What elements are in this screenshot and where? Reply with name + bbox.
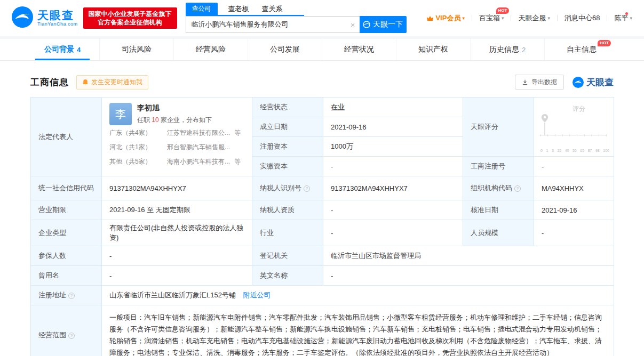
tab-judicial-risk[interactable]: 司法风险	[99, 39, 173, 60]
export-data-button[interactable]: 导出数据	[515, 75, 564, 90]
search-tab-relation[interactable]: 查关系	[260, 3, 285, 15]
clear-search-icon[interactable]: ×	[351, 20, 355, 29]
tab-company-background[interactable]: 公司背景 4	[26, 39, 99, 60]
field-label-paid-capital: 实缴资本	[252, 157, 323, 176]
tab-label: 经营状况	[344, 45, 374, 54]
tab-self-info[interactable]: 自主信息 HOT	[544, 39, 618, 60]
field-label-business-scope: 经营范围?	[31, 305, 102, 356]
field-value-status[interactable]: 在业	[331, 103, 345, 111]
tianyancha-logo-icon	[12, 6, 33, 30]
label-text: 人员规模	[471, 229, 498, 237]
distribution-company-link[interactable]: 海南小鹏汽车科技有...	[167, 155, 230, 168]
tab-company-development[interactable]: 公司发展	[248, 39, 322, 60]
field-label-credit-code: 统一社会信用代码	[31, 176, 102, 200]
enterprise-service-menu[interactable]: 天眼企服 ▾	[518, 13, 550, 23]
legal-rep-avatar[interactable]: 李	[109, 103, 132, 125]
tianyancha-logo[interactable]: 天眼查 TianYanCha.com	[12, 6, 78, 30]
search-tab-company[interactable]: 查公司	[186, 3, 218, 15]
field-value-english-name: -	[323, 266, 614, 286]
axis-tick: 55	[573, 149, 577, 152]
certification-line1: 国家中小企业发展子基金旗下	[89, 10, 172, 18]
distribution-company-link[interactable]: 江苏智途科技有限公...	[167, 126, 230, 140]
help-icon[interactable]: ?	[304, 185, 310, 192]
business-info-table: 法定代表人 李 李初旭 任职 10 家企业，分布如下 广东（共4家）	[30, 97, 614, 356]
label-text: 营业期限	[38, 206, 66, 214]
tab-label: 经营风险	[196, 45, 226, 54]
message-center-menu[interactable]: 消息中心68	[565, 13, 600, 23]
help-icon[interactable]: ?	[68, 293, 75, 299]
field-label-taxpayer-quality: 纳税人资质	[252, 200, 323, 220]
chevron-down-icon: ▾	[462, 15, 465, 21]
field-value-paid-capital: -	[323, 157, 463, 176]
axis-tick: 0	[540, 149, 543, 152]
field-value-taxpayer-id: 91371302MA94XHHYX7	[323, 176, 463, 200]
tab-history-info[interactable]: 历史信息 2	[470, 39, 544, 60]
top-header: 天眼查 TianYanCha.com 国家中小企业发展子基金旗下 官方备案企业征…	[0, 0, 644, 36]
score-chart-cell[interactable]: 评分	[534, 98, 614, 157]
search-button[interactable]: 天眼一下	[360, 16, 407, 33]
message-center-label: 消息中心68	[565, 13, 600, 23]
field-label-reg-number: 工商注册号	[463, 157, 534, 176]
user-menu[interactable]: 陈平 ▾	[614, 13, 632, 23]
distribution-region: 广东（共4家）	[109, 126, 167, 140]
distribution-region: 其他（共5家）	[109, 155, 167, 168]
help-icon[interactable]: ?	[68, 333, 75, 339]
tab-label: 司法风险	[122, 45, 152, 54]
label-text: 核准日期	[471, 206, 498, 214]
tab-label: 公司背景	[44, 45, 74, 54]
field-label-legal-rep: 法定代表人	[31, 98, 102, 176]
value-text: -	[331, 229, 333, 237]
axis-tick: 40	[565, 149, 569, 152]
vip-member-menu[interactable]: VIP会员 ▾	[426, 13, 465, 23]
value-text: -	[542, 163, 544, 171]
field-value-address: 山东省临沂市兰山区临沂万象汇L152号铺 附近公司	[102, 286, 614, 305]
field-value-org-code: MA94XHHYX	[534, 176, 614, 200]
section-header: 工商信息 发生变更时通知我 导出数据 天眼查	[30, 75, 614, 90]
tab-intellectual-property[interactable]: 知识产权	[396, 39, 470, 60]
watermark-label: 天眼查	[586, 76, 614, 88]
label-text: 曾用名	[38, 271, 59, 279]
nearby-companies-link[interactable]: 附近公司	[243, 291, 271, 299]
tenure-prefix: 任职	[137, 116, 150, 124]
field-label-english-name: 英文名称	[252, 266, 323, 286]
distribution-row: 广东（共4家） 江苏智途科技有限公... 等	[109, 126, 244, 140]
menu-divider	[557, 15, 558, 21]
label-text: 注册资本	[260, 142, 288, 150]
search-tabs: 查公司 查老板 查关系	[186, 3, 304, 16]
notify-change-button[interactable]: 发生变更时通知我	[76, 75, 148, 90]
vip-member-label: VIP会员	[435, 13, 460, 23]
notify-change-label: 发生变更时通知我	[91, 78, 142, 87]
field-label-former-name: 曾用名	[31, 266, 102, 286]
value-text: -	[109, 252, 112, 260]
chevron-down-icon: ▾	[502, 15, 504, 21]
help-icon[interactable]: ?	[514, 185, 521, 192]
search-button-label: 天眼一下	[373, 20, 403, 29]
search-tab-boss[interactable]: 查老板	[226, 3, 251, 15]
field-label-status: 经营状态	[252, 98, 323, 117]
tab-operating-risk[interactable]: 经营风险	[173, 39, 248, 60]
toolbox-menu[interactable]: HOT 百宝箱 ▾	[479, 13, 504, 23]
axis-tick: 3	[552, 149, 554, 152]
field-label-establish-date: 成立日期	[252, 117, 323, 137]
notification-dot	[625, 12, 628, 15]
value-text: -	[331, 206, 333, 214]
label-text: 企业类型	[38, 229, 66, 237]
search-input[interactable]	[186, 16, 360, 33]
business-info-section: 工商信息 发生变更时通知我 导出数据 天眼查 法定代表人 李	[0, 61, 644, 356]
label-text: 行业	[260, 229, 274, 237]
field-value-reg-number: -	[534, 157, 614, 176]
label-text: 实缴资本	[260, 162, 288, 170]
bell-icon	[82, 79, 89, 86]
field-label-org-code: 组织机构代码?	[463, 176, 534, 200]
legal-rep-name[interactable]: 李初旭	[137, 103, 212, 113]
value-text: 91371302MA94XHHYX7	[109, 184, 186, 192]
axis-tick: 87	[588, 149, 592, 152]
label-text: 英文名称	[260, 271, 288, 279]
value-text: 临沂市兰山区市场监督管理局	[331, 252, 421, 260]
distribution-company-link[interactable]: 邢台智鹏汽车销售服...	[167, 141, 230, 154]
tab-count: 2	[522, 46, 526, 54]
distribution-etc: 等	[234, 155, 241, 168]
field-value-registered-capital: 1000万	[323, 137, 463, 157]
tab-operating-status[interactable]: 经营状况	[322, 39, 396, 60]
score-chart-title: 评分	[573, 104, 585, 114]
